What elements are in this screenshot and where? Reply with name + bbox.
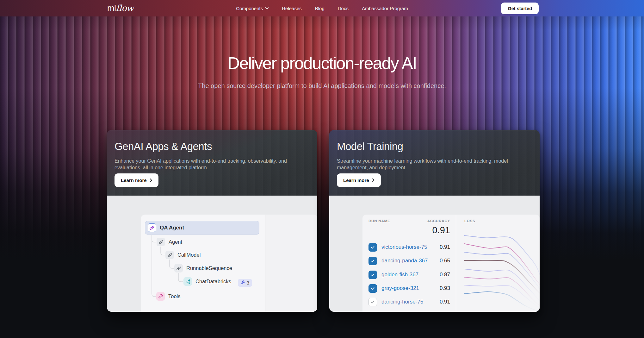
chevron-right-icon: [372, 178, 375, 183]
hero-section: Deliver production-ready AI The open sou…: [0, 53, 644, 90]
mlflow-logo[interactable]: mlflow: [107, 3, 134, 13]
trace-node-label: RunnableSequence: [186, 265, 232, 271]
loss-line-chart: [456, 215, 540, 312]
table-row: dancing-panda-367 0.65: [362, 257, 456, 265]
nav-item-docs[interactable]: Docs: [338, 6, 349, 11]
training-learn-more-button[interactable]: Learn more: [337, 173, 381, 187]
nav-item-releases[interactable]: Releases: [282, 6, 302, 11]
best-accuracy-value: 0.91: [432, 225, 450, 235]
run-checkbox[interactable]: [368, 243, 377, 252]
chain-link-icon: [174, 264, 183, 272]
genai-learn-more-button[interactable]: Learn more: [115, 173, 158, 187]
trace-node-runnablesequence[interactable]: RunnableSequence: [174, 264, 232, 272]
assessment-count-badge[interactable]: 3: [238, 279, 252, 287]
trace-node-label: QA Agent: [160, 225, 184, 231]
run-name-link[interactable]: victorious-horse-75: [381, 244, 427, 250]
trace-node-label: Agent: [169, 239, 182, 245]
trace-node-label: ChatDatabricks: [195, 279, 231, 285]
trace-node-qa-agent[interactable]: QA Agent: [145, 221, 259, 235]
chain-link-icon: [157, 238, 165, 246]
get-started-button[interactable]: Get started: [501, 3, 539, 14]
logo-flow: flow: [116, 3, 134, 13]
run-accuracy: 0.93: [440, 285, 450, 291]
run-name-link[interactable]: dancing-panda-367: [381, 258, 428, 264]
nav-links: Components Releases Blog Docs Ambassador…: [236, 0, 408, 16]
training-card-body: RUN NAME ACCURACY 0.91 victorious-horse-…: [329, 196, 540, 312]
run-accuracy: 0.87: [440, 272, 450, 278]
training-card-title: Model Training: [337, 141, 531, 153]
run-name-column-header: RUN NAME: [368, 219, 390, 223]
page: mlflow Components Releases Blog Docs Amb…: [0, 0, 644, 338]
nav-item-ambassador-program[interactable]: Ambassador Program: [362, 6, 408, 11]
table-row: victorious-horse-75 0.91: [362, 243, 456, 252]
chain-link-icon: [165, 251, 174, 259]
trace-node-agent[interactable]: Agent: [157, 238, 182, 246]
run-name-link[interactable]: gray-goose-321: [381, 285, 419, 291]
genai-card-title: GenAI Apps & Agents: [115, 141, 308, 153]
model-graph-icon: [183, 277, 192, 286]
table-row: gray-goose-321 0.93: [362, 284, 456, 293]
assessment-count: 3: [247, 280, 249, 285]
trace-node-label: Tools: [168, 293, 181, 299]
logo-ml: ml: [107, 3, 116, 13]
genai-apps-agents-card: GenAI Apps & Agents Enhance your GenAI a…: [107, 130, 317, 312]
page-subtitle: The open source developer platform to bu…: [0, 82, 644, 90]
trace-detail-pane: [265, 215, 317, 312]
run-checkbox[interactable]: [368, 284, 377, 293]
training-card-header: Model Training Streamline your machine l…: [329, 130, 540, 196]
chain-link-icon: [148, 223, 156, 232]
navbar: mlflow Components Releases Blog Docs Amb…: [0, 0, 644, 16]
run-checkbox[interactable]: [368, 298, 377, 306]
model-training-card: Model Training Streamline your machine l…: [329, 130, 540, 312]
run-name-link[interactable]: dancing-horse-75: [381, 299, 423, 305]
wrench-icon: [156, 292, 165, 301]
gavel-icon: [241, 280, 245, 285]
nav-item-blog[interactable]: Blog: [315, 6, 325, 11]
genai-card-body: QA Agent Agent CallModel: [107, 196, 317, 312]
curtain-gradient-background: [0, 0, 644, 338]
chevron-down-icon: [265, 7, 269, 9]
genai-card-description: Enhance your GenAI applications with end…: [115, 158, 308, 171]
run-accuracy: 0.65: [440, 258, 450, 264]
trace-node-tools[interactable]: Tools: [156, 292, 181, 301]
nav-item-components[interactable]: Components: [236, 6, 269, 11]
run-checkbox[interactable]: [368, 271, 377, 279]
genai-card-header: GenAI Apps & Agents Enhance your GenAI a…: [107, 130, 317, 196]
trace-node-label: CallModel: [177, 252, 201, 258]
trace-node-callmodel[interactable]: CallModel: [165, 251, 201, 259]
trace-viewer-panel: QA Agent Agent CallModel: [141, 215, 317, 312]
run-checkbox[interactable]: [368, 257, 377, 265]
run-accuracy: 0.91: [440, 244, 450, 250]
page-title: Deliver production-ready AI: [0, 53, 644, 73]
table-row: dancing-horse-75 0.91: [362, 298, 456, 306]
trace-node-chatdatabricks[interactable]: ChatDatabricks: [183, 277, 231, 286]
run-name-link[interactable]: golden-fish-367: [381, 272, 418, 278]
run-comparison-panel: RUN NAME ACCURACY 0.91 victorious-horse-…: [362, 215, 540, 312]
chevron-right-icon: [150, 178, 152, 183]
nav-item-components-label: Components: [236, 6, 263, 11]
training-card-description: Streamline your machine learning workflo…: [337, 158, 531, 171]
table-row: golden-fish-367 0.87: [362, 271, 456, 279]
accuracy-column-header: ACCURACY: [427, 219, 450, 223]
run-accuracy: 0.91: [440, 299, 450, 305]
